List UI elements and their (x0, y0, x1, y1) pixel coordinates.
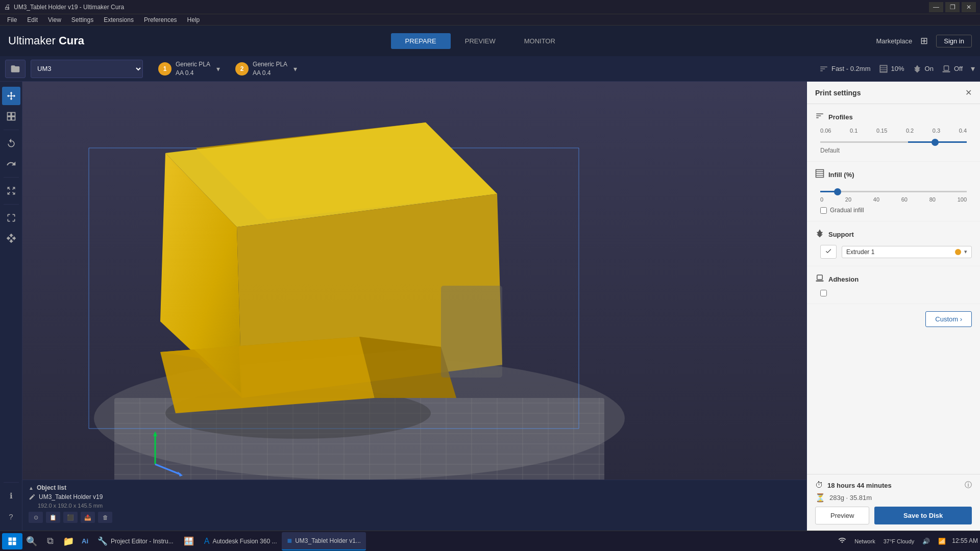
estimate-action-buttons: Preview Save to Disk (815, 507, 972, 524)
menu-help[interactable]: Help (182, 15, 205, 24)
preview-button[interactable]: Preview (815, 507, 869, 524)
logo-ultimaker: Ultimaker (8, 34, 56, 47)
close-button[interactable]: ✕ (962, 2, 976, 12)
object-action-export[interactable]: 📤 (81, 512, 95, 523)
support-controls: Extruder 1 ▾ (815, 245, 972, 259)
support-title: Support (828, 231, 854, 238)
search-taskbar-icon[interactable]: 🔍 (22, 532, 41, 550)
menu-edit[interactable]: Edit (22, 15, 43, 24)
svg-rect-64 (817, 275, 823, 280)
support-setting[interactable]: On (913, 64, 934, 73)
estimate-time-info: ⏱ 18 hours 44 minutes (815, 481, 892, 490)
extruder2-badge: 2 (235, 62, 249, 76)
object-item-dims: 192.0 x 192.0 x 145.5 mm (29, 503, 800, 509)
3d-scene (22, 82, 806, 480)
adhesion-title: Adhesion (828, 276, 859, 283)
extruder-select-dropdown[interactable]: Extruder 1 ▾ (842, 246, 972, 258)
infill-slider[interactable] (820, 191, 967, 192)
estimate-time-row: ⏱ 18 hours 44 minutes ⓘ (815, 481, 972, 490)
infill-scale-labels: 0 20 40 60 80 100 (815, 196, 972, 203)
start-button[interactable] (2, 533, 22, 549)
object-action-buttons: ⊙ 📋 ⬛ 📤 🗑 (29, 512, 800, 523)
group-tool[interactable] (2, 229, 20, 247)
system-clock[interactable]: 12:55 AM (952, 537, 978, 545)
file-explorer-icon[interactable]: 📁 (59, 532, 78, 550)
tab-prepare[interactable]: PREPARE (391, 33, 451, 49)
menu-file[interactable]: File (2, 15, 22, 24)
extruder2-nozzle: AA 0.4 (253, 69, 287, 78)
task-view-icon[interactable]: ⧉ (41, 532, 59, 550)
volume-icon[interactable]: 🔊 (920, 538, 932, 545)
taskbar-app-project-editor[interactable]: 🔧 Project Editor - Instru... (92, 532, 179, 550)
panel-close-button[interactable]: ✕ (965, 88, 972, 97)
object-action-fill[interactable]: ⬛ (63, 512, 78, 523)
header-tab-group: PREPARE PREVIEW MONITOR (391, 33, 570, 49)
undo-tool[interactable] (2, 134, 20, 153)
select-tool[interactable] (2, 107, 20, 126)
extruder1-dropdown-icon[interactable]: ▾ (216, 65, 220, 73)
object-action-view[interactable]: ⊙ (29, 512, 43, 523)
network-wifi-icon[interactable]: 📶 (936, 538, 948, 545)
extruder1-badge: 1 (158, 62, 172, 76)
taskbar-app-cura[interactable]: ■ UM3_Tablet Holder v1... (282, 532, 365, 550)
save-disk-button[interactable]: Save to Disk (874, 507, 972, 524)
gradual-infill-label: Gradual infill (830, 207, 864, 214)
3d-viewport[interactable] (22, 82, 806, 480)
open-file-button[interactable] (5, 60, 26, 78)
support-toggle-button[interactable] (820, 245, 837, 259)
profile-setting[interactable]: Fast - 0.2mm (819, 64, 871, 73)
network-label: Network (852, 538, 877, 544)
menu-preferences[interactable]: Preferences (139, 15, 182, 24)
profile-slider[interactable] (820, 141, 967, 143)
extruder1-nozzle: AA 0.4 (176, 69, 210, 78)
spool-icon: ⏳ (815, 493, 825, 503)
custom-settings-button[interactable]: Custom › (925, 311, 972, 327)
ai-badge[interactable]: Ai (78, 537, 92, 545)
extruder2-dropdown-icon[interactable]: ▾ (293, 65, 297, 73)
project-editor-label: Project Editor - Instru... (111, 538, 174, 545)
print-settings-bar: Fast - 0.2mm 10% On Off ▾ (819, 64, 975, 73)
restore-button[interactable]: ❐ (945, 2, 960, 12)
adhesion-checkbox[interactable] (820, 290, 827, 296)
estimate-time-value: 18 hours 44 minutes (827, 482, 892, 489)
menu-settings[interactable]: Settings (66, 15, 99, 24)
move-tool[interactable] (2, 87, 20, 105)
sign-in-button[interactable]: Sign in (936, 35, 972, 47)
taskbar: 🔍 ⧉ 📁 Ai 🔧 Project Editor - Instru... 🪟 … (0, 531, 980, 551)
estimate-info-icon[interactable]: ⓘ (965, 481, 972, 490)
tab-monitor[interactable]: MONITOR (510, 33, 570, 49)
taskbar-app-windows[interactable]: 🪟 (179, 532, 199, 550)
help-button[interactable]: ? (2, 507, 20, 525)
svg-rect-63 (816, 281, 824, 282)
network-indicator[interactable] (836, 536, 848, 546)
apps-grid-icon[interactable]: ⊞ (920, 35, 928, 46)
gradual-infill-checkbox[interactable] (820, 207, 827, 214)
profiles-section: Profiles 0.06 0.1 0.15 0.2 0.3 0.4 Defau… (807, 104, 980, 162)
window-controls: — ❐ ✕ (929, 2, 976, 12)
arrange-tool[interactable] (2, 209, 20, 227)
extruder2-section: 2 Generic PLA AA 0.4 ▾ (235, 60, 297, 78)
info-button[interactable]: ℹ (2, 487, 20, 505)
titlebar: 🖨 UM3_Tablet Holder v19 - Ultimaker Cura… (0, 0, 980, 14)
printer-selector[interactable]: UM3 (31, 60, 143, 78)
tab-preview[interactable]: PREVIEW (451, 33, 510, 49)
svg-rect-66 (13, 537, 16, 541)
object-action-copy[interactable]: 📋 (46, 512, 60, 523)
redo-tool[interactable] (2, 155, 20, 173)
taskbar-app-fusion360[interactable]: A Autodesk Fusion 360 ... (199, 532, 282, 550)
adhesion-setting[interactable]: Off (942, 64, 963, 73)
marketplace-button[interactable]: Marketplace (876, 37, 912, 45)
app-header: Ultimaker Cura PREPARE PREVIEW MONITOR M… (0, 26, 980, 56)
project-editor-icon: 🔧 (97, 536, 108, 546)
infill-setting[interactable]: 10% (879, 64, 904, 73)
menu-view[interactable]: View (43, 15, 66, 24)
gradual-infill-row: Gradual infill (815, 207, 972, 214)
support-icon (815, 229, 824, 240)
infill-title: Infill (%) (828, 171, 854, 179)
object-action-delete[interactable]: 🗑 (98, 512, 112, 523)
fit-view-tool[interactable] (2, 182, 20, 200)
menu-extensions[interactable]: Extensions (99, 15, 139, 24)
minimize-button[interactable]: — (929, 2, 943, 12)
object-list-toggle-icon[interactable]: ▲ (29, 485, 34, 491)
settings-expand-icon[interactable]: ▾ (971, 64, 975, 73)
